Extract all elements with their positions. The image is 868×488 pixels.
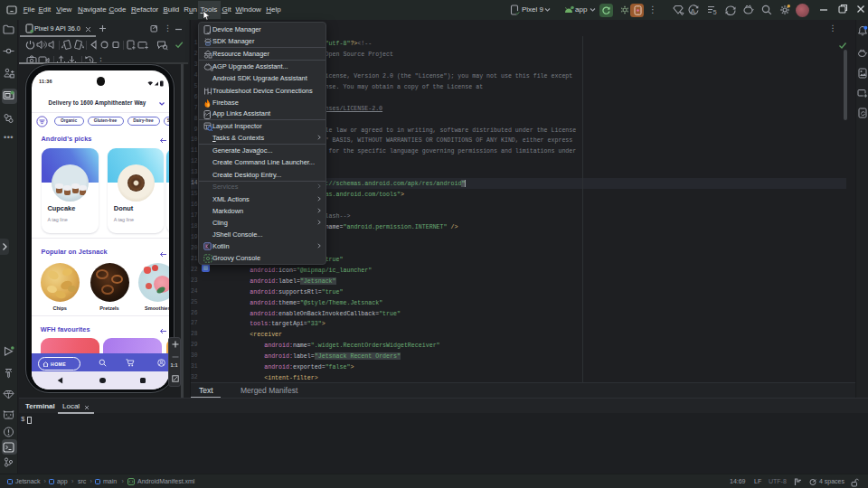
svg-text:A: A [691, 7, 696, 15]
svg-text:5: 5 [713, 8, 717, 16]
